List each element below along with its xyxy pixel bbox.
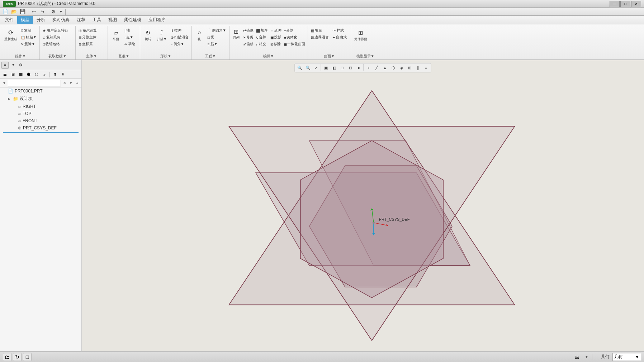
- tree-item-top[interactable]: ▱ TOP: [0, 110, 81, 117]
- menu-view[interactable]: 视图: [105, 16, 120, 24]
- ribbon-btn-style[interactable]: 〜样式: [331, 27, 348, 34]
- redo-button[interactable]: ↪: [38, 9, 46, 15]
- settings-button[interactable]: ⚙: [49, 9, 57, 15]
- tree-item-csys[interactable]: ⊕ PRT_CSYS_DEF: [0, 124, 81, 132]
- ribbon-btn-boundary-blend[interactable]: ⊡边界混合: [309, 34, 330, 41]
- ribbon-btn-component-interface[interactable]: ⊞ 元件界面: [352, 27, 369, 43]
- menu-analysis[interactable]: 分析: [33, 16, 49, 24]
- vp-btn-zoom-fit[interactable]: ⤢: [312, 64, 320, 71]
- status-btn-refresh[interactable]: ↻: [13, 353, 22, 361]
- ribbon-btn-extrude[interactable]: ⬆拉伸: [169, 27, 190, 34]
- new-file-button[interactable]: 📄: [1, 9, 9, 15]
- status-btn-model-tree[interactable]: 🗂: [3, 353, 11, 361]
- add-filter-button[interactable]: +: [74, 80, 80, 86]
- undo-button[interactable]: ↩: [30, 9, 38, 15]
- vp-btn-grid[interactable]: ≡: [422, 64, 430, 71]
- ribbon-btn-fill[interactable]: ▦填充: [309, 27, 330, 34]
- ribbon-btn-offset[interactable]: ⤢偏移: [242, 41, 255, 47]
- minimize-button[interactable]: —: [610, 1, 620, 7]
- ribbon-btn-trim[interactable]: ✂修剪: [242, 34, 255, 41]
- ribbon-group-label-operations[interactable]: 操作▼: [3, 53, 38, 59]
- ribbon-btn-thicken[interactable]: ⬛加厚: [255, 27, 269, 34]
- ribbon-btn-rib[interactable]: ≡筋▼: [206, 41, 228, 47]
- vp-btn-shaded[interactable]: ●: [355, 64, 363, 71]
- status-view-dropdown[interactable]: 几何 ▼: [612, 353, 641, 361]
- ribbon-group-label-engineering[interactable]: 工程▼: [193, 53, 228, 59]
- tree-item-prt0001[interactable]: 📄 PRT0001.PRT: [0, 87, 81, 95]
- ribbon-btn-split[interactable]: ÷分割: [283, 27, 306, 34]
- ribbon-btn-sketch[interactable]: ✏草绘: [123, 41, 137, 47]
- menu-applications[interactable]: 应用程序: [145, 16, 169, 24]
- status-icon-measurements[interactable]: ⚖: [573, 353, 581, 361]
- ribbon-group-label-datum[interactable]: 基准▼: [109, 53, 138, 59]
- ribbon-btn-csys[interactable]: ⊕坐标系: [77, 41, 98, 47]
- ribbon-group-label-getdata[interactable]: 获取数据▼: [41, 53, 74, 59]
- panel-icon-settings[interactable]: ⚙: [17, 62, 24, 69]
- panel-icon-options[interactable]: ✦: [9, 62, 16, 69]
- panel-icon-table[interactable]: ▦: [17, 71, 24, 78]
- ribbon-group-label-shape[interactable]: 形状▼: [142, 53, 190, 59]
- ribbon-btn-shrink[interactable]: □收缩包络: [41, 41, 70, 47]
- ribbon-group-label-body[interactable]: 主体▼: [77, 53, 106, 59]
- menu-flexible[interactable]: 柔性建模: [120, 16, 145, 24]
- ribbon-btn-user-feature[interactable]: ★用户定义特征: [41, 27, 70, 34]
- vp-btn-edge[interactable]: ╱: [373, 64, 381, 71]
- menu-file[interactable]: 文件: [1, 16, 17, 24]
- save-button[interactable]: 💾: [19, 9, 27, 15]
- viewport[interactable]: 🔍 🔍 ⤢ ▣ ◧ □ ⊡ ● ⌖ ╱ ▲ ⬡ ◈ ⊞ ‖ ≡: [82, 60, 644, 351]
- tree-item-front[interactable]: ▱ FRONT: [0, 117, 81, 124]
- vp-btn-zoom-in[interactable]: 🔍: [296, 64, 304, 71]
- ribbon-btn-array[interactable]: ⊞ 阵列: [231, 27, 242, 41]
- vp-btn-pause[interactable]: ‖: [414, 64, 422, 71]
- vp-btn-box[interactable]: ◧: [330, 64, 338, 71]
- ribbon-btn-axis[interactable]: |轴: [123, 27, 137, 34]
- panel-icon-filter2[interactable]: ⬡: [33, 71, 40, 78]
- ribbon-btn-unify[interactable]: ◼一体化曲面: [283, 41, 306, 47]
- menu-tools[interactable]: 工具: [89, 16, 105, 24]
- search-input[interactable]: [8, 80, 61, 86]
- menu-simulation[interactable]: 实时仿真: [49, 16, 73, 24]
- panel-icon-more[interactable]: »: [41, 71, 48, 78]
- panel-icon-layers[interactable]: ≡: [1, 62, 9, 69]
- ribbon-btn-regenerate[interactable]: ⟳ 重新生成: [3, 27, 19, 43]
- tree-item-right[interactable]: ▱ RIGHT: [0, 103, 81, 110]
- tree-item-design[interactable]: ▶ 📁 设计项: [0, 95, 81, 103]
- ribbon-btn-extend[interactable]: ↔延伸: [269, 27, 283, 34]
- ribbon-btn-shell[interactable]: □壳: [206, 34, 228, 41]
- panel-icon-grid[interactable]: ⊞: [9, 71, 16, 78]
- vp-btn-face[interactable]: ⬡: [389, 64, 397, 71]
- vp-btn-refit[interactable]: ▣: [322, 64, 330, 71]
- status-btn-display[interactable]: □: [23, 353, 32, 361]
- ribbon-btn-delete[interactable]: ✕删除▼: [19, 41, 38, 47]
- ribbon-btn-hole[interactable]: ○ 孔: [193, 27, 205, 43]
- ribbon-btn-split-body[interactable]: ⊟分割主体: [77, 34, 98, 41]
- panel-icon-import[interactable]: ⬇: [59, 71, 66, 78]
- ribbon-btn-remove[interactable]: ⊠移除: [269, 41, 283, 47]
- open-file-button[interactable]: 📂: [10, 9, 18, 15]
- vp-btn-hidden[interactable]: ⊡: [347, 64, 355, 71]
- menu-model[interactable]: 模型: [17, 16, 33, 24]
- ribbon-btn-fillet[interactable]: ⌒倒圆角▼: [206, 27, 228, 34]
- vp-btn-zoom-out[interactable]: 🔍: [304, 64, 312, 71]
- ribbon-btn-revolve[interactable]: ↻ 旋转: [142, 27, 155, 43]
- filter-icon[interactable]: ▼: [1, 80, 7, 86]
- ribbon-btn-freestyle[interactable]: ✦自由式: [331, 34, 348, 41]
- ribbon-btn-sweep[interactable]: ⤴ 扫描▼: [155, 27, 169, 43]
- ribbon-btn-copy[interactable]: ⧉复制: [19, 27, 38, 34]
- ribbon-btn-boolean[interactable]: ◎布尔运算: [77, 27, 98, 34]
- ribbon-btn-intersect[interactable]: ∩相交: [255, 41, 269, 47]
- qa-dropdown-button[interactable]: ▼: [58, 9, 64, 15]
- status-dropdown-button[interactable]: ▼: [584, 353, 589, 361]
- ribbon-btn-merge[interactable]: ∪合并: [255, 34, 269, 41]
- vp-btn-curve[interactable]: ◈: [398, 64, 406, 71]
- search-dropdown-button[interactable]: ▼: [68, 80, 74, 86]
- panel-icon-list[interactable]: ☰: [1, 71, 9, 78]
- ribbon-group-label-edit[interactable]: 编辑▼: [231, 53, 306, 59]
- ribbon-group-label-surface[interactable]: 曲面▼: [309, 53, 349, 59]
- vp-btn-wireframe[interactable]: □: [338, 64, 346, 71]
- ribbon-btn-chamfer[interactable]: ⌐倒角▼: [169, 41, 190, 47]
- ribbon-group-label-model-display[interactable]: 模型显示▼: [352, 53, 378, 59]
- ribbon-btn-point[interactable]: ·点▼: [123, 34, 137, 41]
- vp-btn-select[interactable]: ⊞: [406, 64, 414, 71]
- ribbon-btn-copy-geom[interactable]: ◇复制几何: [41, 34, 70, 41]
